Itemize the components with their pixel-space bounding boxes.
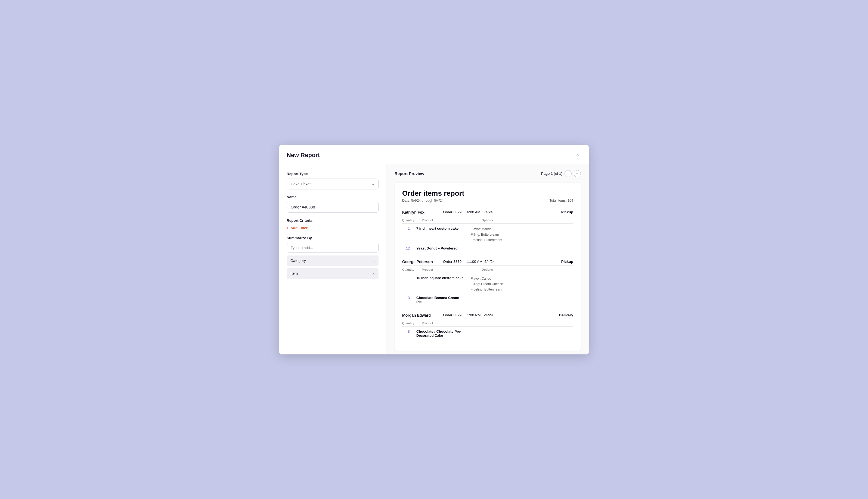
column-headers: QuantityProductOptions [402,217,573,224]
summarize-tag-category: Category × [287,255,378,266]
tag-label: Category [290,258,306,263]
add-filter-button[interactable]: + Add Filter [287,226,308,230]
summarize-tag-item: Item × [287,268,378,279]
order-header-row: George Peterson Order 3879 11:00 AM, 5/4… [402,257,573,266]
right-panel: Report Preview Page 1 (of 1) + − Order i… [386,164,589,354]
col-header-product: Product [422,321,476,325]
item-quantity: 8 [402,329,411,333]
order-type: Pickup [561,259,573,264]
col-header-options: Options [482,268,493,271]
order-header-row: Morgan Edward Order 3879 1:00 PM, 5/4/24… [402,311,573,319]
pagination-controls: Page 1 (of 1) + − [541,170,581,177]
modal-body: Report Type Cake Ticket ⌄ Name Report Cr… [279,164,589,354]
item-product-name: 7 inch heart custom cake [416,227,465,230]
preview-title: Report Preview [395,171,424,176]
customer-name: Kathryn Fox [402,210,437,215]
column-headers: QuantityProductOptions [402,267,573,273]
order-header-row: Kathryn Fox Order 3879 6:00 AM, 5/4/24 P… [402,207,573,216]
chevron-down-icon: ⌄ [372,182,374,186]
report-meta-row: Date: 5/4/24 through 5/4/24 Total items:… [402,199,573,203]
order-block: George Peterson Order 3879 11:00 AM, 5/4… [402,257,573,305]
report-type-dropdown[interactable]: Cake Ticket ⌄ [287,179,378,190]
customer-name: Morgan Edward [402,313,437,317]
report-content: Order items report Date: 5/4/24 through … [395,183,581,351]
modal-title: New Report [287,152,320,159]
page-next-button[interactable]: + [565,170,571,177]
order-block: Kathryn Fox Order 3879 6:00 AM, 5/4/24 P… [402,207,573,252]
name-label: Name [287,195,378,199]
order-number: Order 3879 [443,210,461,214]
item-options: Flavor: CarrotFilling: Cream CheeseFrost… [471,276,503,292]
order-time: 11:00 AM, 5/4/24 [467,259,495,264]
item-options: Flavor: MarbleFilling: ButtercreamFrosti… [471,227,502,243]
name-input[interactable] [287,202,378,212]
summarize-input[interactable] [287,243,378,253]
col-header-quantity: Quantity [402,321,416,325]
order-type: Pickup [561,210,573,214]
report-date-range: Date: 5/4/24 through 5/4/24 [402,199,444,203]
order-number: Order 3879 [443,259,461,264]
orders-container: Kathryn Fox Order 3879 6:00 AM, 5/4/24 P… [402,207,573,339]
close-button[interactable]: × [574,151,581,159]
col-header-quantity: Quantity [402,268,416,271]
item-row: 12Yeast Donut – Powdered [402,245,573,252]
tag-list: Category × Item × [287,255,378,279]
preview-header: Report Preview Page 1 (of 1) + − [395,170,581,177]
col-header-options: Options [482,219,493,222]
modal-header: New Report × [279,145,589,164]
left-panel: Report Type Cake Ticket ⌄ Name Report Cr… [279,164,386,354]
report-main-title: Order items report [402,189,573,198]
summarize-label: Summarize By [287,236,378,240]
col-header-product: Product [422,219,476,222]
col-header-product: Product [422,268,476,271]
item-product-name: Yeast Donut – Powdered [416,246,465,250]
customer-name: George Peterson [402,259,437,264]
order-number: Order 3879 [443,313,461,317]
item-product-name: Chocolate / Chocolate Pre-Decorated Cake [416,329,465,338]
item-quantity: 3 [402,296,411,300]
item-product-name: Chocolate Banana Cream Pie [416,296,465,304]
report-total-items: Total items: 164 [549,199,573,203]
item-quantity: 1 [402,276,411,280]
plus-icon: + [287,226,289,230]
tag-remove-button[interactable]: × [372,271,375,276]
item-row: 17 inch heart custom cakeFlavor: MarbleF… [402,225,573,245]
item-quantity: 1 [402,227,411,230]
item-quantity: 12 [402,246,411,250]
criteria-label: Report Criteria [287,219,378,222]
item-row: 3Chocolate Banana Cream Pie [402,294,573,305]
order-time: 1:00 PM, 5/4/24 [467,313,493,317]
modal-container: New Report × Report Type Cake Ticket ⌄ N… [279,145,589,354]
col-header-quantity: Quantity [402,219,416,222]
report-type-value: Cake Ticket [291,182,311,186]
item-row: 110 inch square custom cakeFlavor: Carro… [402,274,573,294]
tag-label: Item [290,271,298,276]
tag-remove-button[interactable]: × [372,258,375,263]
order-block: Morgan Edward Order 3879 1:00 PM, 5/4/24… [402,311,573,339]
pagination-text: Page 1 (of 1) [541,171,562,175]
column-headers: QuantityProduct [402,320,573,327]
order-type: Delivery [559,313,573,317]
order-time: 6:00 AM, 5/4/24 [467,210,493,214]
item-product-name: 10 inch square custom cake [416,276,465,280]
item-row: 8Chocolate / Chocolate Pre-Decorated Cak… [402,328,573,339]
report-type-label: Report Type [287,172,378,176]
page-prev-button[interactable]: − [574,170,581,177]
add-filter-label: Add Filter [290,226,308,230]
